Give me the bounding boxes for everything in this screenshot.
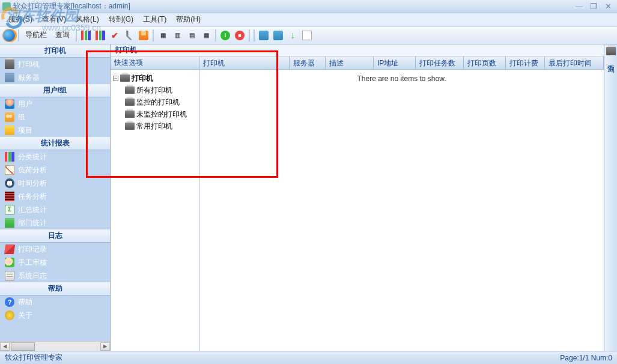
side-item-group[interactable]: 组 xyxy=(0,111,110,124)
side-item-label: 服务器 xyxy=(18,73,40,83)
col-pages[interactable]: 打印页数 xyxy=(464,56,506,69)
tb-check-icon[interactable]: ✔ xyxy=(108,29,121,42)
side-item-summary-stats[interactable]: Σ汇总统计 xyxy=(0,203,110,216)
scroll-right-button[interactable]: ▶ xyxy=(100,342,110,351)
tb-wrench-icon[interactable] xyxy=(123,29,136,42)
side-item-label: 汇总统计 xyxy=(18,205,47,215)
sidebar-scrollbar[interactable]: ◀ ▶ xyxy=(0,341,110,351)
tb-download-icon[interactable]: ↓ xyxy=(286,29,299,42)
globe-icon[interactable] xyxy=(2,29,16,42)
scroll-left-button[interactable]: ◀ xyxy=(0,342,10,351)
content-title: 打印机 xyxy=(111,44,604,56)
side-item-dept-stats[interactable]: 部门统计 xyxy=(0,216,110,229)
tb-info-icon[interactable]: i xyxy=(219,29,232,42)
tb-grid3-icon[interactable]: ▤ xyxy=(185,29,198,42)
side-item-label: 用户 xyxy=(18,99,32,109)
right-bar-label: 查询 xyxy=(606,59,616,61)
side-item-project[interactable]: 项目 xyxy=(0,124,110,137)
side-group-stats-header[interactable]: 统计报表 xyxy=(0,137,110,150)
menu-goto[interactable]: 转到(G) xyxy=(104,13,138,26)
side-item-time-analysis[interactable]: 时间分析 xyxy=(0,177,110,190)
grid-body: There are no items to show. xyxy=(199,70,604,351)
tb-doc-icon[interactable] xyxy=(300,29,314,42)
col-printer[interactable]: 打印机 xyxy=(199,56,290,69)
tb-chart-bars2-icon[interactable] xyxy=(94,29,107,42)
tree-item-all[interactable]: 所有打印机 xyxy=(112,84,198,96)
tree-header: 快速选项 xyxy=(111,56,199,70)
tree-item-monitored[interactable]: 监控的打印机 xyxy=(112,96,198,108)
statusbar: 软众打印管理专家 Page:1/1 Num:0 xyxy=(0,351,617,364)
nav-label[interactable]: 导航栏 xyxy=(22,30,50,40)
side-item-about[interactable]: 关于 xyxy=(0,309,110,322)
col-server[interactable]: 服务器 xyxy=(290,56,326,69)
printer-icon xyxy=(125,111,135,118)
grid-panel: 打印机 服务器 描述 IP地址 打印任务数 打印页数 打印计费 最后打印时间 T… xyxy=(199,56,604,351)
clock-icon xyxy=(5,178,14,188)
side-group-log-header[interactable]: 日志 xyxy=(0,229,110,243)
side-item-system-log[interactable]: 系统日志 xyxy=(0,269,110,282)
side-item-label: 部门统计 xyxy=(18,218,47,228)
tree: − 打印机 所有打印机 监控的打印机 未监控的打印机 常用打印机 xyxy=(111,70,199,351)
tb-grid2-icon[interactable]: ▥ xyxy=(171,29,184,42)
tb-person-icon[interactable] xyxy=(137,29,150,42)
scroll-thumb[interactable] xyxy=(11,342,35,351)
chart-bar-icon xyxy=(5,152,14,162)
side-item-print-record[interactable]: 打印记录 xyxy=(0,243,110,256)
tree-label: 监控的打印机 xyxy=(136,97,180,108)
side-group-user-header[interactable]: 用户/组 xyxy=(0,84,110,97)
tb-grid4-icon[interactable]: ▦ xyxy=(199,29,213,42)
tree-item-unmonitored[interactable]: 未监控的打印机 xyxy=(112,108,198,120)
col-jobs[interactable]: 打印任务数 xyxy=(416,56,464,69)
side-item-load-analysis[interactable]: 负荷分析 xyxy=(0,163,110,177)
col-last-time[interactable]: 最后打印时间 xyxy=(545,56,604,69)
tree-root[interactable]: − 打印机 xyxy=(112,72,198,84)
tb-users2-icon[interactable] xyxy=(272,29,285,42)
side-item-printer[interactable]: 打印机 xyxy=(0,58,110,71)
query-label[interactable]: 查询 xyxy=(52,30,73,40)
tree-label: 未监控的打印机 xyxy=(136,109,187,120)
side-item-label: 帮助 xyxy=(18,297,32,308)
content-area: 打印机 快速选项 − 打印机 所有打印机 监控的打印机 未监控的打印机 常用打印… xyxy=(111,44,604,351)
col-cost[interactable]: 打印计费 xyxy=(506,56,545,69)
tb-stop-icon[interactable]: ■ xyxy=(233,29,246,42)
menu-tools[interactable]: 工具(T) xyxy=(138,13,171,26)
sum-icon: Σ xyxy=(5,205,14,214)
menu-help[interactable]: 帮助(H) xyxy=(171,13,205,26)
right-query-bar[interactable]: 查询 xyxy=(604,44,617,351)
side-group-help-header[interactable]: 帮助 xyxy=(0,282,110,296)
printer-icon xyxy=(606,47,616,55)
side-group-printer-header[interactable]: 打印机 xyxy=(0,44,110,58)
tree-label: 所有打印机 xyxy=(136,85,172,96)
watermark-logo xyxy=(1,7,24,30)
close-button[interactable]: ✕ xyxy=(601,2,615,11)
window-title: 软众打印管理专家[localhost：admin] xyxy=(13,1,573,11)
sidebar: 打印机 打印机 服务器 用户/组 用户 组 项目 统计报表 分类统计 负荷分析 … xyxy=(0,44,111,351)
tb-users1-icon[interactable] xyxy=(257,29,270,42)
side-item-server[interactable]: 服务器 xyxy=(0,71,110,84)
col-desc[interactable]: 描述 xyxy=(326,56,374,69)
side-item-label: 项目 xyxy=(18,126,32,136)
side-item-label: 打印记录 xyxy=(18,244,47,255)
menu-view[interactable]: 查看(V) xyxy=(37,13,71,26)
tb-grid1-icon[interactable]: ▦ xyxy=(156,29,169,42)
tree-item-common[interactable]: 常用打印机 xyxy=(112,120,198,132)
printer-icon xyxy=(120,74,130,82)
tb-chart-bars-icon[interactable] xyxy=(79,29,93,42)
menu-style[interactable]: 风格(L) xyxy=(71,13,104,26)
side-item-task-analysis[interactable]: 任务分析 xyxy=(0,190,110,203)
side-item-help[interactable]: ?帮助 xyxy=(0,296,110,309)
col-ip[interactable]: IP地址 xyxy=(374,56,416,69)
side-item-label: 关于 xyxy=(18,311,32,321)
side-item-label: 组 xyxy=(18,112,25,123)
tree-panel: 快速选项 − 打印机 所有打印机 监控的打印机 未监控的打印机 常用打印机 xyxy=(111,56,199,351)
group-icon xyxy=(5,112,14,122)
tree-toggle-icon[interactable]: − xyxy=(113,76,118,81)
log-icon xyxy=(5,271,14,281)
status-right: Page:1/1 Num:0 xyxy=(560,354,612,362)
menubar: 服务(S) 查看(V) 风格(L) 转到(G) 工具(T) 帮助(H) xyxy=(0,13,617,26)
side-item-user[interactable]: 用户 xyxy=(0,97,110,111)
minimize-button[interactable]: — xyxy=(573,2,586,11)
maximize-button[interactable]: ❐ xyxy=(587,2,600,11)
side-item-category-stats[interactable]: 分类统计 xyxy=(0,150,110,163)
side-item-manual-review[interactable]: 手工审核 xyxy=(0,256,110,269)
